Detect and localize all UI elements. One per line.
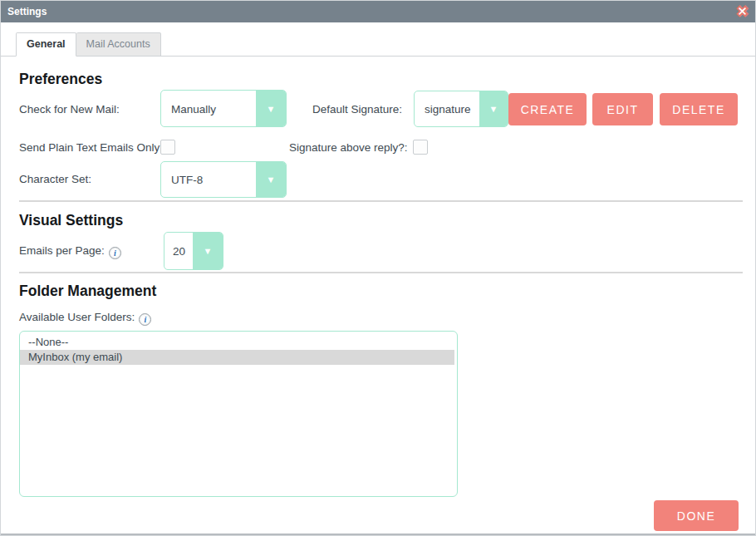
delete-button[interactable]: DELETE [660, 93, 738, 125]
edit-button[interactable]: EDIT [592, 93, 653, 125]
folder-management-heading: Folder Management [19, 283, 156, 300]
emails-per-page-value: 20 [173, 245, 185, 258]
preferences-heading: Preferences [19, 71, 102, 88]
check-for-new-mail-select[interactable]: Manually ▼ [160, 90, 287, 127]
send-plain-text-label: Send Plain Text Emails Only: [19, 141, 163, 154]
info-icon[interactable]: i [139, 313, 151, 326]
dialog-title: Settings [7, 6, 47, 17]
default-signature-select[interactable]: signature ▼ [414, 91, 508, 127]
available-user-folders-list: --None-- MyInbox (my email) [19, 331, 458, 497]
emails-per-page-label: Emails per Page:i [19, 244, 121, 259]
check-for-new-mail-label: Check for New Mail: [19, 103, 120, 116]
chevron-down-icon[interactable]: ▼ [479, 91, 508, 126]
signature-above-reply-label: Signature above reply?: [289, 141, 408, 154]
tab-general[interactable]: General [16, 32, 76, 57]
tab-bar: General Mail Accounts [16, 32, 161, 57]
default-signature-label: Default Signature: [312, 103, 402, 116]
character-set-value: UTF-8 [171, 174, 203, 186]
emails-per-page-select[interactable]: 20 ▼ [164, 232, 223, 270]
section-divider [19, 272, 743, 273]
chevron-down-icon[interactable]: ▼ [193, 233, 223, 269]
settings-dialog: Settings ✖ General Mail Accounts Prefere… [0, 0, 756, 536]
dialog-bottom-border [1, 534, 755, 535]
dialog-titlebar: Settings [1, 1, 755, 22]
list-item[interactable]: MyInbox (my email) [20, 350, 454, 365]
check-for-new-mail-value: Manually [171, 102, 216, 115]
character-set-select[interactable]: UTF-8 ▼ [160, 161, 287, 198]
visual-settings-heading: Visual Settings [19, 212, 123, 229]
info-icon[interactable]: i [109, 247, 121, 259]
signature-above-reply-checkbox[interactable] [413, 140, 428, 155]
character-set-label: Character Set: [19, 173, 91, 185]
available-user-folders-label-text: Available User Folders: [19, 311, 135, 323]
send-plain-text-checkbox[interactable] [160, 140, 175, 155]
chevron-down-icon[interactable]: ▼ [256, 91, 286, 126]
available-user-folders-label: Available User Folders:i [19, 311, 151, 326]
close-icon[interactable]: ✖ [736, 2, 749, 22]
emails-per-page-label-text: Emails per Page: [19, 244, 105, 257]
tab-mail-accounts[interactable]: Mail Accounts [76, 32, 161, 57]
list-item[interactable]: --None-- [20, 335, 457, 350]
section-divider [19, 200, 743, 202]
done-button[interactable]: DONE [654, 500, 739, 531]
default-signature-value: signature [425, 103, 471, 116]
chevron-down-icon[interactable]: ▼ [256, 162, 286, 197]
create-button[interactable]: CREATE [508, 93, 587, 125]
